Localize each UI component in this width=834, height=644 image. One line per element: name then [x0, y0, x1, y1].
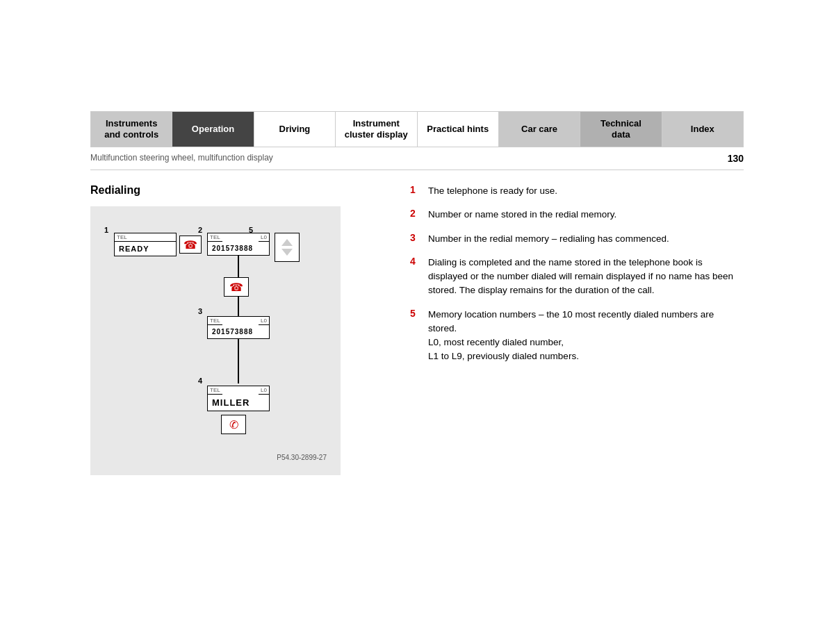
item-text: Dialing is completed and the name stored…: [428, 256, 744, 298]
box-number-2: TEL L0 201573888: [207, 316, 270, 339]
label-2: 2: [198, 226, 202, 234]
item-text: Number or name stored in the redial memo…: [428, 208, 616, 222]
page-number: 130: [728, 153, 744, 164]
nav-item-technical-data[interactable]: Technical data: [580, 112, 662, 147]
item-number: 4: [410, 256, 421, 267]
box-number-1: TEL L0 201573888: [207, 233, 270, 256]
content-area: Redialing 1 2 3 4 5 TEL READY: [90, 170, 744, 489]
left-panel: Redialing 1 2 3 4 5 TEL READY: [90, 184, 382, 475]
nav-bar: Instruments and controls Operation Drivi…: [90, 111, 744, 147]
label-3: 3: [198, 307, 202, 315]
list-item: 4Dialing is completed and the name store…: [410, 256, 744, 298]
label-4: 4: [198, 377, 202, 385]
item-number: 2: [410, 208, 421, 219]
item-number: 5: [410, 308, 421, 319]
diagram-caption: P54.30-2899-27: [104, 454, 327, 461]
arrow-box-1: [275, 233, 300, 262]
item-list: 1The telephone is ready for use.2Number …: [410, 184, 744, 364]
right-panel: 1The telephone is ready for use.2Number …: [382, 184, 744, 475]
list-item: 5Memory location numbers – the 10 most r…: [410, 308, 744, 364]
item-number: 3: [410, 232, 421, 243]
item-text: Memory location numbers – the 10 most re…: [428, 308, 744, 364]
nav-item-car-care[interactable]: Car care: [499, 112, 580, 147]
list-item: 3Number in the redial memory – redialing…: [410, 232, 744, 246]
nav-item-instruments[interactable]: Instruments and controls: [91, 112, 172, 147]
item-number: 1: [410, 184, 421, 195]
arrow-up-icon: [281, 239, 293, 246]
nav-item-instrument-cluster[interactable]: Instrument cluster display: [336, 112, 417, 147]
phone-icon-1: ☎: [179, 236, 202, 254]
page-header: Multifunction steering wheel, multifunct…: [90, 147, 744, 170]
phone-symbol-2: ☎: [229, 281, 243, 294]
diagram-inner: 1 2 3 4 5 TEL READY ☎: [104, 220, 327, 449]
box-miller: TEL L0 MILLER: [207, 386, 270, 411]
connector-v-2: [238, 338, 239, 383]
phone-end-icon: ✆: [221, 415, 246, 434]
phone-end-symbol: ✆: [229, 418, 238, 431]
breadcrumb: Multifunction steering wheel, multifunct…: [90, 153, 273, 164]
list-item: 1The telephone is ready for use.: [410, 184, 744, 198]
nav-item-operation[interactable]: Operation: [172, 112, 254, 147]
diagram-box: 1 2 3 4 5 TEL READY ☎: [90, 206, 341, 475]
arrow-down-icon: [281, 249, 293, 256]
item-text: Number in the redial memory – redialing …: [428, 232, 669, 246]
nav-item-practical-hints[interactable]: Practical hints: [418, 112, 499, 147]
phone-symbol-1: ☎: [183, 238, 197, 251]
nav-item-driving[interactable]: Driving: [254, 112, 336, 147]
nav-item-index[interactable]: Index: [662, 112, 743, 147]
item-text: The telephone is ready for use.: [428, 184, 557, 198]
section-title: Redialing: [90, 184, 382, 197]
list-item: 2Number or name stored in the redial mem…: [410, 208, 744, 222]
label-1: 1: [104, 226, 108, 234]
box-ready: TEL READY: [114, 233, 177, 256]
phone-icon-2: ☎: [224, 277, 249, 297]
